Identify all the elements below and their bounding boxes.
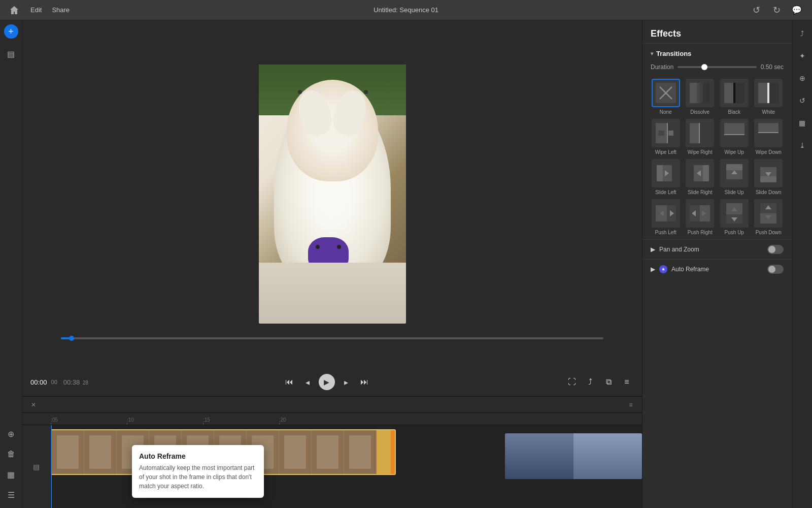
step-back-button[interactable]: ◂ bbox=[300, 375, 315, 389]
total-time: 00:38 28 bbox=[63, 378, 88, 386]
auto-reframe-toggle[interactable]: ▶ ★ Auto Reframe bbox=[642, 259, 792, 279]
timeline-overflow-icon[interactable]: ≡ bbox=[624, 398, 638, 412]
timeline-menu-icon[interactable]: ✕ bbox=[26, 398, 41, 412]
timeline-tracks: ▤ bbox=[22, 425, 642, 508]
progress-bar[interactable] bbox=[61, 337, 603, 339]
menu-button[interactable]: ≡ bbox=[620, 375, 634, 389]
transition-label-white: White bbox=[762, 109, 775, 115]
pan-zoom-switch[interactable] bbox=[767, 245, 784, 254]
transition-label-slide-down: Slide Down bbox=[756, 189, 782, 195]
chat-icon[interactable]: 💬 bbox=[790, 3, 804, 17]
transitions-section-header[interactable]: ▾ Transitions bbox=[642, 44, 792, 61]
pan-zoom-label: Pan and Zoom bbox=[659, 246, 699, 253]
transition-wipe-left[interactable]: Wipe Left bbox=[651, 119, 681, 155]
video-preview bbox=[22, 20, 642, 368]
add-button[interactable]: + bbox=[4, 24, 18, 39]
transition-wipe-up[interactable]: Wipe Up bbox=[719, 119, 750, 155]
transition-thumb-black[interactable] bbox=[720, 79, 749, 107]
transition-push-right[interactable]: Push Right bbox=[685, 199, 716, 235]
track-labels: ▤ bbox=[22, 425, 51, 508]
transition-push-up[interactable]: Push Up bbox=[719, 199, 750, 235]
timeline-area: ✕ ≡ :05 :10 :15 :20 ▤ bbox=[22, 396, 642, 508]
transition-slide-up[interactable]: Slide Up bbox=[719, 159, 750, 195]
clip-thumb-10 bbox=[344, 430, 377, 474]
transition-slide-left[interactable]: Slide Left bbox=[651, 159, 681, 195]
transition-wipe-down[interactable]: Wipe Down bbox=[754, 119, 784, 155]
transition-thumb-white[interactable] bbox=[754, 79, 783, 107]
settings-icon[interactable]: ⊕ bbox=[793, 69, 811, 87]
transition-slide-right[interactable]: Slide Right bbox=[685, 159, 716, 195]
edit-menu[interactable]: Edit bbox=[30, 6, 42, 14]
home-icon[interactable] bbox=[8, 4, 20, 16]
transition-thumb-wipe-down[interactable] bbox=[754, 119, 783, 147]
second-clip-right bbox=[573, 433, 642, 479]
duration-handle[interactable] bbox=[701, 64, 707, 70]
transition-label-wipe-left: Wipe Left bbox=[655, 149, 676, 155]
transition-thumb-wipe-right[interactable] bbox=[686, 119, 714, 147]
undo-button[interactable]: ↺ bbox=[749, 3, 763, 17]
fullscreen-button[interactable]: ⛶ bbox=[565, 375, 579, 389]
duration-value: 0.50 sec bbox=[761, 64, 784, 71]
playhead[interactable] bbox=[51, 425, 52, 508]
skip-start-button[interactable]: ⏮ bbox=[282, 375, 296, 389]
transition-thumb-push-right[interactable] bbox=[686, 199, 714, 228]
transition-thumb-slide-down[interactable] bbox=[754, 159, 783, 187]
transition-thumb-wipe-up[interactable] bbox=[720, 119, 749, 147]
svg-rect-8 bbox=[735, 83, 745, 103]
share-button[interactable]: ⤴ bbox=[583, 375, 597, 389]
sidebar-icon-list[interactable]: ☰ bbox=[2, 486, 20, 504]
transition-thumb-slide-right[interactable] bbox=[686, 159, 714, 187]
transition-thumb-slide-up[interactable] bbox=[720, 159, 749, 187]
transition-slide-down[interactable]: Slide Down bbox=[754, 159, 784, 195]
playback-controls: 00:00 00 00:38 28 ⏮ ◂ ▶ ▸ ⏭ ⛶ ⤴ ⧉ ≡ bbox=[22, 368, 642, 396]
auto-reframe-knob bbox=[768, 266, 775, 273]
transition-label-push-down: Push Down bbox=[756, 230, 782, 235]
crop-button[interactable]: ⧉ bbox=[601, 375, 616, 389]
sidebar-icon-grid[interactable]: ▦ bbox=[2, 465, 20, 484]
svg-rect-15 bbox=[658, 131, 664, 136]
effects-icon[interactable]: ✦ bbox=[793, 47, 811, 65]
panel-title: Effects bbox=[642, 20, 792, 44]
svg-rect-16 bbox=[668, 131, 673, 136]
transition-thumb-dissolve[interactable] bbox=[686, 79, 714, 107]
auto-reframe-badge: ★ bbox=[659, 265, 667, 273]
transition-push-down[interactable]: Push Down bbox=[754, 199, 784, 235]
sidebar-icon-trash[interactable]: 🗑 bbox=[2, 445, 20, 463]
auto-reframe-tooltip: Auto Reframe Automatically keep the most… bbox=[132, 445, 264, 498]
share-menu[interactable]: Share bbox=[52, 6, 70, 14]
current-frames: 00 bbox=[51, 379, 57, 385]
skip-end-button[interactable]: ⏭ bbox=[357, 375, 371, 389]
transition-thumb-none[interactable] bbox=[652, 79, 680, 107]
sidebar-icon-library[interactable]: ▤ bbox=[2, 45, 20, 63]
grid-view-icon[interactable]: ▦ bbox=[793, 114, 811, 132]
transition-thumb-push-up[interactable] bbox=[720, 199, 749, 228]
auto-reframe-label: Auto Reframe bbox=[671, 266, 709, 273]
left-sidebar: + ▤ ⊕ 🗑 ▦ ☰ bbox=[0, 20, 22, 508]
transition-push-left[interactable]: Push Left bbox=[651, 199, 681, 235]
transition-black[interactable]: Black bbox=[719, 79, 750, 115]
duration-slider[interactable] bbox=[678, 66, 756, 68]
transition-none[interactable]: None bbox=[651, 79, 681, 115]
duration-label: Duration bbox=[651, 64, 673, 71]
clip-block-second[interactable] bbox=[505, 433, 642, 479]
transition-thumb-push-left[interactable] bbox=[652, 199, 680, 228]
transition-dissolve[interactable]: Dissolve bbox=[685, 79, 716, 115]
transition-white[interactable]: White bbox=[754, 79, 784, 115]
step-forward-button[interactable]: ▸ bbox=[339, 375, 353, 389]
transition-thumb-wipe-left[interactable] bbox=[652, 119, 680, 147]
play-button[interactable]: ▶ bbox=[319, 374, 335, 390]
redo-button[interactable]: ↻ bbox=[769, 3, 784, 17]
transition-wipe-right[interactable]: Wipe Right bbox=[685, 119, 716, 155]
pan-zoom-toggle[interactable]: ▶ Pan and Zoom bbox=[642, 239, 792, 259]
sidebar-icon-layers[interactable]: ⊕ bbox=[2, 425, 20, 443]
transition-thumb-push-down[interactable] bbox=[754, 199, 783, 228]
upload-icon[interactable]: ⤴ bbox=[793, 24, 811, 43]
export-icon[interactable]: ⤓ bbox=[793, 136, 811, 154]
auto-reframe-switch[interactable] bbox=[767, 265, 784, 274]
timeline-ruler: :05 :10 :15 :20 bbox=[22, 413, 642, 425]
transition-label-wipe-down: Wipe Down bbox=[756, 149, 782, 155]
transition-thumb-slide-left[interactable] bbox=[652, 159, 680, 187]
svg-rect-18 bbox=[699, 123, 710, 143]
clip-thumb-9 bbox=[312, 430, 344, 474]
history-icon[interactable]: ↺ bbox=[793, 91, 811, 110]
